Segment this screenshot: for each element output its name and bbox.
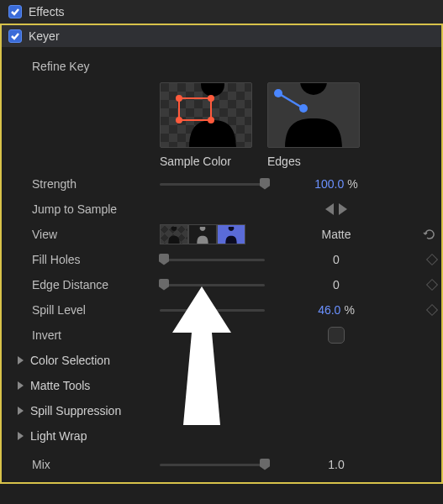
disclosure-triangle-icon [18, 356, 24, 365]
view-label: View [32, 228, 160, 241]
disclosure-triangle-icon [18, 407, 24, 415]
view-reset-button[interactable] [423, 228, 436, 240]
view-mode-matte[interactable] [188, 224, 217, 244]
keyer-header[interactable]: Keyer [0, 24, 443, 47]
sample-color-label: Sample Color [160, 155, 231, 168]
color-selection-group[interactable]: Color Selection [2, 348, 441, 373]
refine-key-label: Refine Key [32, 60, 160, 73]
spill-level-slider[interactable] [160, 309, 265, 312]
mix-slider[interactable] [160, 464, 265, 466]
jump-prev-button[interactable] [325, 203, 334, 215]
spill-level-value[interactable]: 46.0% [286, 303, 387, 317]
keyer-body: Refine Key Sample Color [0, 47, 443, 484]
disclosure-triangle-icon [18, 381, 24, 390]
effects-label: Effects [29, 5, 65, 18]
svg-point-1 [176, 95, 182, 102]
edge-distance-label: Edge Distance [32, 278, 160, 291]
svg-line-5 [278, 93, 303, 108]
svg-rect-0 [179, 98, 211, 120]
keyer-label: Keyer [29, 29, 60, 43]
edges-well[interactable] [267, 82, 360, 148]
svg-point-4 [208, 117, 214, 123]
spill-level-keyframe[interactable] [426, 304, 438, 316]
fill-holes-value[interactable]: 0 [333, 253, 340, 266]
keyer-checkbox[interactable] [8, 29, 22, 43]
matte-tools-group[interactable]: Matte Tools [2, 373, 441, 398]
view-mode-original[interactable] [217, 224, 245, 244]
edges-label: Edges [267, 155, 301, 168]
edge-distance-keyframe[interactable] [426, 279, 438, 291]
svg-point-6 [274, 89, 282, 97]
effects-panel: Effects Keyer Refine Key [0, 0, 443, 484]
mix-value[interactable]: 1.0 [328, 458, 344, 471]
svg-point-7 [299, 104, 308, 113]
invert-label: Invert [32, 328, 160, 342]
mix-label: Mix [32, 458, 160, 471]
svg-point-2 [208, 95, 214, 102]
effects-checkbox[interactable] [8, 5, 22, 18]
disclosure-triangle-icon [18, 432, 24, 440]
jump-label: Jump to Sample [32, 202, 160, 216]
refine-key-thumbs: Sample Color Edges [160, 77, 441, 171]
edge-distance-slider[interactable] [160, 284, 265, 286]
jump-next-button[interactable] [339, 203, 347, 215]
strength-slider[interactable] [160, 183, 265, 186]
strength-label: Strength [32, 177, 160, 191]
view-mode-toggle[interactable] [160, 224, 245, 244]
view-mode-composite[interactable] [160, 224, 188, 244]
fill-holes-slider[interactable] [160, 259, 265, 261]
sample-color-well[interactable] [160, 82, 252, 148]
strength-value[interactable]: 100.0% [286, 177, 387, 191]
effects-header: Effects [0, 0, 443, 24]
spill-suppression-group[interactable]: Spill Suppression [2, 398, 441, 423]
edge-distance-value[interactable]: 0 [333, 278, 340, 291]
fill-holes-label: Fill Holes [32, 253, 160, 266]
invert-checkbox[interactable] [328, 327, 345, 344]
svg-point-3 [176, 117, 182, 123]
light-wrap-group[interactable]: Light Wrap [2, 423, 441, 449]
spill-level-label: Spill Level [32, 303, 160, 317]
fill-holes-keyframe[interactable] [426, 254, 438, 265]
view-value[interactable]: Matte [321, 228, 351, 241]
